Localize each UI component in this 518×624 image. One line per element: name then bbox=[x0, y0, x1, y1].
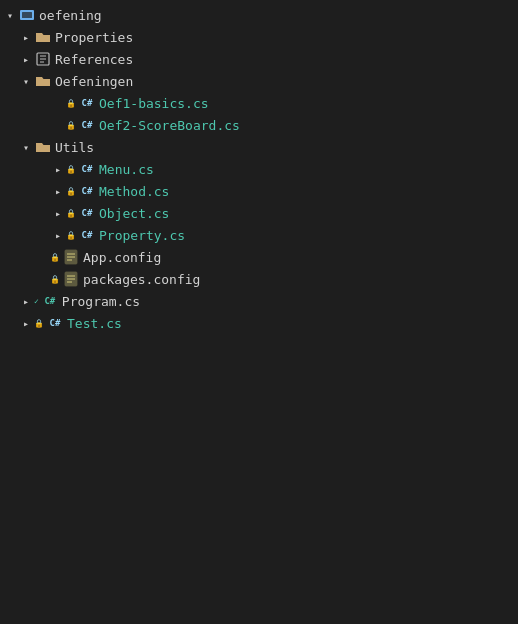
solution-row[interactable]: oefening bbox=[0, 4, 518, 26]
expand-arrow-references[interactable] bbox=[18, 51, 34, 67]
oef2-row[interactable]: 🔒 C# Oef2-ScoreBoard.cs bbox=[0, 114, 518, 136]
oef1-row[interactable]: 🔒 C# Oef1-basics.cs bbox=[0, 92, 518, 114]
lock-badge-property: 🔒 bbox=[66, 231, 76, 240]
check-badge-program: ✓ bbox=[34, 297, 39, 306]
program-row[interactable]: ✓ C# Program.cs bbox=[0, 290, 518, 312]
menu-label: Menu.cs bbox=[99, 162, 154, 177]
object-row[interactable]: 🔒 C# Object.cs bbox=[0, 202, 518, 224]
config-icon-appconfig bbox=[62, 249, 80, 265]
expand-arrow-oef2 bbox=[50, 117, 66, 133]
expand-arrow-method[interactable] bbox=[50, 183, 66, 199]
solution-icon bbox=[18, 7, 36, 23]
oefeningen-label: Oefeningen bbox=[55, 74, 133, 89]
expand-arrow-properties[interactable] bbox=[18, 29, 34, 45]
appconfig-label: App.config bbox=[83, 250, 161, 265]
lock-badge-packages: 🔒 bbox=[50, 275, 60, 284]
folder-icon-oefeningen bbox=[34, 73, 52, 89]
packages-row[interactable]: 🔒 packages.config bbox=[0, 268, 518, 290]
expand-arrow-oefeningen[interactable] bbox=[18, 73, 34, 89]
lock-badge-object: 🔒 bbox=[66, 209, 76, 218]
cs-icon-test: C# bbox=[46, 315, 64, 331]
cs-icon-object: C# bbox=[78, 205, 96, 221]
property-label: Property.cs bbox=[99, 228, 185, 243]
cs-icon-property: C# bbox=[78, 227, 96, 243]
method-row[interactable]: 🔒 C# Method.cs bbox=[0, 180, 518, 202]
expand-arrow-oef1 bbox=[50, 95, 66, 111]
cs-icon-method: C# bbox=[78, 183, 96, 199]
method-label: Method.cs bbox=[99, 184, 169, 199]
oef1-label: Oef1-basics.cs bbox=[99, 96, 209, 111]
cs-icon-menu: C# bbox=[78, 161, 96, 177]
svg-rect-1 bbox=[22, 12, 32, 18]
references-label: References bbox=[55, 52, 133, 67]
lock-badge-test: 🔒 bbox=[34, 319, 44, 328]
utils-label: Utils bbox=[55, 140, 94, 155]
object-label: Object.cs bbox=[99, 206, 169, 221]
packages-label: packages.config bbox=[83, 272, 200, 287]
utils-row[interactable]: Utils bbox=[0, 136, 518, 158]
solution-label: oefening bbox=[39, 8, 102, 23]
expand-arrow-appconfig bbox=[34, 249, 50, 265]
cs-icon-program: C# bbox=[41, 293, 59, 309]
expand-arrow-menu[interactable] bbox=[50, 161, 66, 177]
config-icon-packages bbox=[62, 271, 80, 287]
expand-arrow-property[interactable] bbox=[50, 227, 66, 243]
expand-arrow-program[interactable] bbox=[18, 293, 34, 309]
appconfig-row[interactable]: 🔒 App.config bbox=[0, 246, 518, 268]
expand-arrow-test[interactable] bbox=[18, 315, 34, 331]
test-row[interactable]: 🔒 C# Test.cs bbox=[0, 312, 518, 334]
oef2-label: Oef2-ScoreBoard.cs bbox=[99, 118, 240, 133]
program-label: Program.cs bbox=[62, 294, 140, 309]
expand-arrow-packages bbox=[34, 271, 50, 287]
lock-badge-method: 🔒 bbox=[66, 187, 76, 196]
folder-icon-utils bbox=[34, 139, 52, 155]
expand-arrow-solution[interactable] bbox=[2, 7, 18, 23]
properties-label: Properties bbox=[55, 30, 133, 45]
property-row[interactable]: 🔒 C# Property.cs bbox=[0, 224, 518, 246]
solution-explorer: oefening Properties References bbox=[0, 0, 518, 338]
test-label: Test.cs bbox=[67, 316, 122, 331]
lock-badge-appconfig: 🔒 bbox=[50, 253, 60, 262]
lock-badge-oef1: 🔒 bbox=[66, 99, 76, 108]
expand-arrow-object[interactable] bbox=[50, 205, 66, 221]
lock-badge-oef2: 🔒 bbox=[66, 121, 76, 130]
cs-icon-oef1: C# bbox=[78, 95, 96, 111]
lock-badge-menu: 🔒 bbox=[66, 165, 76, 174]
references-icon bbox=[34, 51, 52, 67]
menu-row[interactable]: 🔒 C# Menu.cs bbox=[0, 158, 518, 180]
expand-arrow-utils[interactable] bbox=[18, 139, 34, 155]
references-row[interactable]: References bbox=[0, 48, 518, 70]
properties-row[interactable]: Properties bbox=[0, 26, 518, 48]
cs-icon-oef2: C# bbox=[78, 117, 96, 133]
oefeningen-row[interactable]: Oefeningen bbox=[0, 70, 518, 92]
folder-icon-properties bbox=[34, 29, 52, 45]
